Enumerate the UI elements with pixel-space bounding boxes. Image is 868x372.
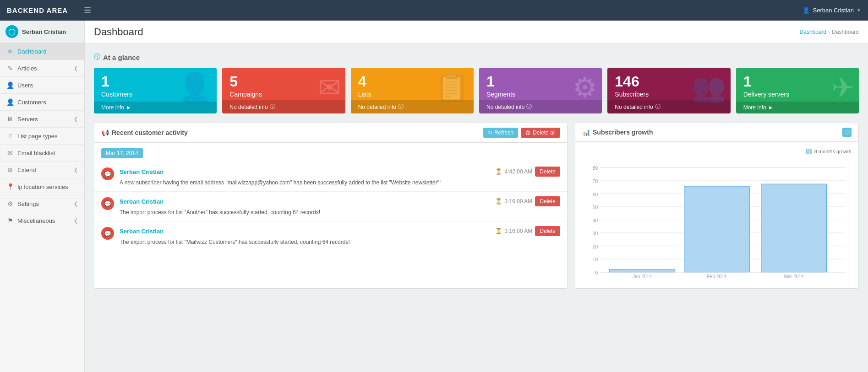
settings-icon: ⚙ [6, 200, 14, 207]
activity-text-1: A new subscriber having the email addres… [120, 178, 560, 187]
activity-text-3: The export process for list "Mailwizz Cu… [120, 238, 560, 246]
sidebar-item-customers[interactable]: 👤 Customers [0, 94, 84, 111]
chart-svg-wrapper: 0 10 20 30 40 50 60 70 80 [582, 158, 852, 279]
chart-info-button[interactable]: ⓘ [842, 128, 852, 137]
svg-text:Jan 2014: Jan 2014 [633, 274, 652, 279]
stat-card-delivery-servers: 1 Delivery servers ✈ More info ► [736, 68, 859, 113]
chart-area: 8 months growth 0 10 20 30 40 [575, 142, 858, 288]
ip-location-icon: 📍 [6, 183, 14, 190]
activity-meta-1: ⏳ 4:42:00 AM Delete [495, 167, 560, 177]
content-inner: ⓘ At a glance 1 Customers 👤 More info ► [85, 44, 868, 298]
refresh-label: Refresh [494, 129, 513, 136]
activity-meta-3: ⏳ 3:16:00 AM Delete [495, 226, 560, 236]
delivery-servers-bg-icon: ✈ [831, 71, 854, 103]
sidebar-label-miscellaneous: Miscellaneous [17, 217, 55, 224]
svg-text:Feb 2014: Feb 2014 [707, 274, 726, 279]
activity-header-1: Serban Cristian ⏳ 4:42:00 AM Delete [120, 167, 560, 177]
activity-item: 💬 Serban Cristian ⏳ 4:42:00 AM Delete [94, 162, 567, 192]
svg-text:0: 0 [595, 270, 598, 275]
delete-label-3: Delete [540, 228, 556, 234]
activity-time-1: 4:42:00 AM [505, 168, 533, 175]
svg-text:50: 50 [593, 205, 598, 210]
refresh-button[interactable]: ↻ Refresh [483, 128, 518, 138]
activity-title-text: Recent customer activity [112, 129, 188, 136]
sidebar-item-settings[interactable]: ⚙ Settings ❮ [0, 195, 84, 212]
sidebar-user-profile[interactable]: ◯ Serban Cristian [0, 21, 84, 43]
sidebar-label-customers: Customers [17, 99, 46, 106]
breadcrumb-separator: › [828, 29, 830, 35]
activity-time-2: 3:16:00 AM [505, 198, 533, 205]
navbar-username: Serban Cristian [813, 7, 854, 14]
servers-icon: 🖥 [6, 115, 14, 123]
activity-panel-body: Mar 17, 2014 💬 Serban Cristian ⏳ 4:42:00… [94, 143, 567, 251]
articles-arrow-icon: ❮ [74, 65, 78, 71]
sidebar-user-avatar: ◯ [5, 25, 18, 38]
sidebar-item-users[interactable]: 👤 Users [0, 77, 84, 94]
delete-label-2: Delete [540, 198, 556, 205]
svg-text:40: 40 [593, 218, 598, 223]
delete-button-2[interactable]: Delete [535, 196, 560, 206]
sidebar-item-email-blacklist[interactable]: ✉ Email blacklist [0, 145, 84, 162]
activity-panel-actions: ↻ Refresh 🗑 Delete all [483, 128, 560, 138]
activity-item-icon-1: 💬 [101, 167, 114, 180]
hamburger-icon[interactable]: ☰ [84, 5, 91, 16]
user-icon: 👤 [802, 7, 810, 14]
users-icon: 👤 [6, 81, 14, 89]
sidebar-item-dashboard[interactable]: ⚛ Dashboard [0, 43, 84, 60]
servers-arrow-icon: ❮ [74, 116, 78, 122]
sidebar-item-miscellaneous[interactable]: ⚑ Miscellaneous ❮ [0, 212, 84, 229]
activity-username-2[interactable]: Serban Cristian [120, 198, 164, 205]
sidebar-item-articles[interactable]: ✎ Articles ❮ [0, 60, 84, 77]
sidebar-label-articles: Articles [17, 65, 37, 72]
stat-card-lists: 4 Lists 📋 No detailed info ⓘ [351, 68, 474, 113]
megaphone-icon: 📢 [101, 129, 109, 136]
svg-text:20: 20 [593, 244, 598, 249]
stat-card-segments: 1 Segments ⚙ No detailed info ⓘ [479, 68, 602, 113]
activity-item-icon-3: 💬 [101, 227, 114, 240]
sidebar-label-list-page-types: List page types [17, 133, 57, 140]
delete-button-3[interactable]: Delete [535, 226, 560, 236]
top-navbar: BACKEND AREA ☰ 👤 Serban Cristian ▼ [0, 0, 868, 21]
sidebar-item-extend[interactable]: ⊕ Extend ❮ [0, 162, 84, 178]
chart-panel-title: 📊 Subscribers growth [582, 129, 653, 136]
stat-card-customers: 1 Customers 👤 More info ► [94, 68, 217, 113]
activity-header-3: Serban Cristian ⏳ 3:16:00 AM Delete [120, 226, 560, 236]
stat-card-campaigns: 5 Campaigns ✉ No detailed info ⓘ [222, 68, 345, 113]
subscribers-info-icon: ⓘ [655, 103, 661, 111]
campaigns-bg-icon: ✉ [318, 71, 341, 103]
chart-title-text: Subscribers growth [593, 129, 653, 136]
svg-text:30: 30 [593, 231, 598, 236]
svg-text:70: 70 [593, 179, 598, 184]
activity-username-1[interactable]: Serban Cristian [120, 168, 164, 175]
activity-panel: 📢 Recent customer activity ↻ Refresh 🗑 D… [94, 123, 568, 289]
legend-color-box [806, 149, 812, 154]
activity-username-3[interactable]: Serban Cristian [120, 228, 164, 235]
sidebar-item-ip-location[interactable]: 📍 Ip location services [0, 178, 84, 195]
content-area: Dashboard Dashboard › Dashboard ⓘ At a g… [85, 21, 868, 372]
main-layout: ◯ Serban Cristian ⚛ Dashboard ✎ Articles… [0, 21, 868, 372]
chart-container: 8 months growth 0 10 20 30 40 [582, 149, 852, 281]
customers-footer-text: More info [101, 104, 124, 111]
caret-icon: ▼ [857, 8, 861, 13]
delete-button-1[interactable]: Delete [535, 167, 560, 177]
lists-footer-text: No detailed info [358, 104, 396, 110]
activity-text-2: The import process for list "Another" ha… [120, 208, 560, 216]
sidebar-label-ip-location: Ip location services [17, 183, 68, 190]
bar-mar-2014 [761, 184, 827, 272]
dashboard-icon: ⚛ [6, 48, 14, 55]
activity-item: 💬 Serban Cristian ⏳ 3:16:00 AM Delete [94, 221, 567, 251]
sidebar-item-servers[interactable]: 🖥 Servers ❮ [0, 111, 84, 128]
breadcrumb-parent[interactable]: Dashboard [800, 29, 827, 35]
customers-arrow-icon: ► [126, 104, 131, 111]
stat-card-subscribers: 146 Subscribers 👥 No detailed info ⓘ [607, 68, 730, 113]
user-menu[interactable]: 👤 Serban Cristian ▼ [802, 7, 861, 14]
svg-text:Mar 2014: Mar 2014 [784, 274, 804, 279]
bar-jan-2014 [610, 270, 675, 272]
sidebar-item-list-page-types[interactable]: ≡ List page types [0, 128, 84, 145]
sidebar-label-email-blacklist: Email blacklist [17, 150, 55, 156]
delete-all-button[interactable]: 🗑 Delete all [521, 128, 560, 138]
sidebar-label-settings: Settings [17, 200, 39, 207]
sidebar-label-users: Users [17, 82, 33, 89]
chart-panel-header: 📊 Subscribers growth ⓘ [575, 123, 858, 142]
settings-arrow-icon: ❮ [74, 201, 78, 207]
